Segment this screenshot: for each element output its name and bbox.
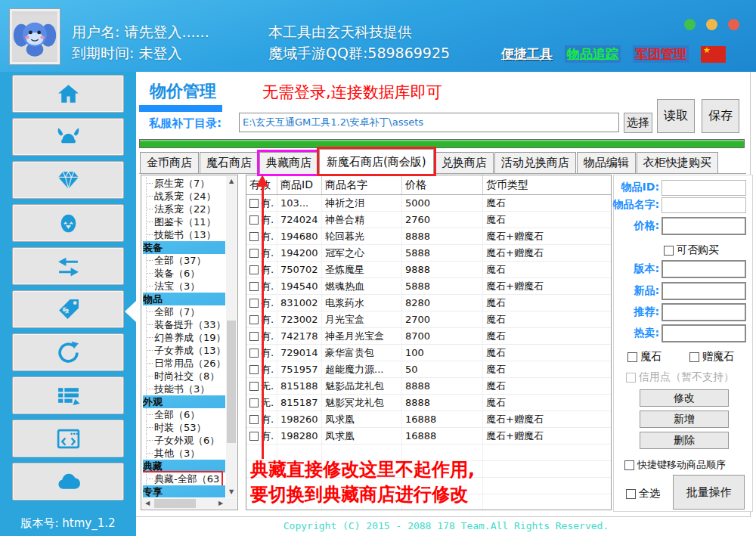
sidebar-button-cloud[interactable]	[12, 463, 124, 500]
row-checkbox[interactable]	[249, 215, 259, 225]
recommend-input[interactable]	[662, 303, 746, 321]
tab-activity-exchange-shop[interactable]: 活动兑换商店	[494, 152, 576, 174]
modify-button[interactable]: 修改	[640, 389, 729, 407]
table-row[interactable]: 有.194540燃魂热血5888魔石+赠魔石	[246, 278, 611, 295]
table-row[interactable]: 有.724024神兽合精2760魔石	[246, 212, 611, 228]
column-header[interactable]: 价格	[402, 175, 483, 194]
tree-item[interactable]: 装备（6）	[143, 267, 225, 280]
save-button[interactable]: 保存	[702, 99, 739, 133]
add-button[interactable]: 新增	[640, 411, 729, 428]
nav-item-tracking[interactable]: 物品追踪	[565, 45, 621, 63]
price-input[interactable]	[662, 217, 746, 235]
sidebar-button-price-tag[interactable]: $	[12, 290, 124, 328]
table-row[interactable]: 有.831002电浆药水8280魔石	[246, 295, 611, 311]
tab-wardrobe-quick-buy[interactable]: 衣柜快捷购买	[637, 152, 718, 174]
tree-group-header[interactable]: 外观	[143, 395, 225, 408]
tree-item[interactable]: 法系宠（22）	[143, 203, 225, 215]
hotkey-move-checkbox[interactable]	[624, 460, 634, 470]
row-checkbox[interactable]	[249, 415, 259, 424]
tree-item[interactable]: 时装（53）	[143, 421, 225, 434]
scroll-right-icon[interactable]: ▶	[215, 498, 226, 509]
tree-item[interactable]: 时尚社交（8）	[143, 370, 225, 383]
scroll-down-icon[interactable]: ▼	[226, 487, 237, 497]
delete-button[interactable]: 删除	[640, 432, 729, 449]
table-row[interactable]: 有.198280凤求凰16888魔石+赠魔石	[246, 428, 611, 445]
tree-item[interactable]: 装备提升（33）	[143, 318, 225, 331]
table-row[interactable]: 有.750702圣炼魔星9888魔石	[246, 262, 611, 278]
tree-group-header[interactable]: 专享	[143, 485, 225, 497]
tree-item[interactable]: 日常用品（26）	[143, 357, 225, 370]
tree-item[interactable]: 子女养成（13）	[143, 344, 225, 357]
row-checkbox[interactable]	[249, 332, 259, 341]
row-checkbox[interactable]	[249, 265, 259, 274]
hot-input[interactable]	[662, 324, 746, 342]
row-checkbox[interactable]	[249, 282, 259, 291]
tree-item[interactable]: 图鉴卡（11）	[143, 215, 225, 228]
column-header[interactable]: 商品ID	[277, 175, 322, 194]
table-row[interactable]: 有.742178神圣月光宝盒8700魔石	[246, 328, 611, 345]
tree-item[interactable]: 技能书（3）	[143, 383, 225, 395]
column-header[interactable]: 货币类型	[483, 175, 611, 194]
tab-collection-shop[interactable]: 典藏商店	[259, 152, 318, 174]
tab-new-moshi-shop[interactable]: 新魔石商店(商会版)	[319, 149, 434, 174]
row-checkbox[interactable]	[249, 349, 259, 358]
column-header[interactable]: 有效	[246, 175, 277, 194]
table-row[interactable]: 有.723002月光宝盒2700魔石	[246, 311, 611, 328]
sidebar-button-table-edit[interactable]	[12, 376, 124, 414]
gift-moshi-checkbox[interactable]	[689, 352, 699, 362]
scroll-left-icon[interactable]: ◀	[142, 498, 153, 509]
column-header[interactable]: 商品名字	[322, 175, 402, 194]
row-checkbox[interactable]	[249, 365, 259, 374]
tree-item[interactable]: 子女外观（6）	[143, 434, 225, 447]
tree-item[interactable]: 战系宠（24）	[143, 190, 225, 203]
sidebar-button-swap[interactable]	[12, 247, 124, 285]
moshi-checkbox[interactable]	[627, 352, 637, 362]
nav-legion-manage[interactable]: 军团管理	[633, 45, 689, 63]
sidebar-button-refresh[interactable]	[12, 333, 124, 371]
tree-item[interactable]: 全部（6）	[143, 408, 225, 421]
sidebar-button-home[interactable]	[12, 75, 124, 113]
tree-item[interactable]: 法宝（3）	[143, 280, 225, 293]
table-row[interactable]: 无.815188魅影晶龙礼包8888魔石	[246, 378, 611, 395]
purchasable-checkbox[interactable]	[664, 246, 674, 256]
table-row[interactable]: 有.194680轮回暮光8888魔石+赠魔石	[246, 228, 611, 245]
tree-item[interactable]: 全部（7）	[143, 305, 225, 318]
sidebar-button-pet[interactable]	[12, 204, 124, 242]
nav-quick-tools[interactable]: 便捷工具	[501, 45, 553, 63]
item-id-input[interactable]	[662, 180, 746, 196]
choose-button[interactable]: 选择	[624, 113, 652, 133]
table-row[interactable]: 有.198260凤求凰16888魔石+赠魔石	[246, 411, 611, 428]
tab-gold-shop[interactable]: 金币商店	[140, 152, 199, 174]
tree-item[interactable]: 技能书（13）	[143, 228, 225, 241]
row-checkbox[interactable]	[249, 382, 259, 391]
tree-group-header[interactable]: 物品	[143, 293, 225, 305]
tab-exchange-shop[interactable]: 兑换商店	[435, 152, 494, 174]
tab-item-edit[interactable]: 物品编辑	[577, 152, 636, 174]
tree-group-header[interactable]: 典藏	[143, 460, 225, 472]
tree-group-header[interactable]: 装备	[143, 241, 225, 254]
patch-dir-input[interactable]	[239, 113, 619, 132]
sidebar-button-gem[interactable]	[12, 161, 124, 199]
row-checkbox[interactable]	[249, 315, 259, 324]
tree-vertical-scrollbar[interactable]: ▲ ▼	[226, 176, 237, 497]
tree-item[interactable]: 其他（3）	[143, 447, 225, 460]
tree-item[interactable]: 原生宠（7）	[143, 177, 225, 190]
row-checkbox[interactable]	[249, 199, 259, 208]
scrollbar-thumb[interactable]	[154, 499, 196, 508]
version-input[interactable]	[662, 260, 746, 278]
table-row[interactable]: 有.729014豪华富贵包100魔石	[246, 345, 611, 361]
batch-operation-button[interactable]: 批量操作	[673, 475, 745, 510]
tree-item[interactable]: 典藏-全部（63	[143, 472, 222, 485]
read-button[interactable]: 读取	[657, 99, 695, 133]
table-row[interactable]: 无.815187魅影冥龙礼包8888魔石	[246, 395, 611, 411]
sidebar-button-code[interactable]	[12, 420, 124, 457]
item-name-input[interactable]	[662, 197, 746, 213]
select-all-checkbox[interactable]	[626, 489, 636, 499]
tree-item[interactable]: 幻兽养成（19）	[143, 331, 225, 344]
row-checkbox[interactable]	[249, 432, 259, 441]
tree-horizontal-scrollbar[interactable]: ◀ ▶	[142, 498, 237, 509]
table-row[interactable]: 有.751957超能魔力源...50魔石	[246, 361, 611, 378]
tree-item[interactable]: 全部（37）	[143, 254, 225, 267]
table-row[interactable]: 有.103...神祈之泪5000魔石	[246, 195, 611, 212]
scrollbar-thumb[interactable]	[227, 321, 236, 443]
